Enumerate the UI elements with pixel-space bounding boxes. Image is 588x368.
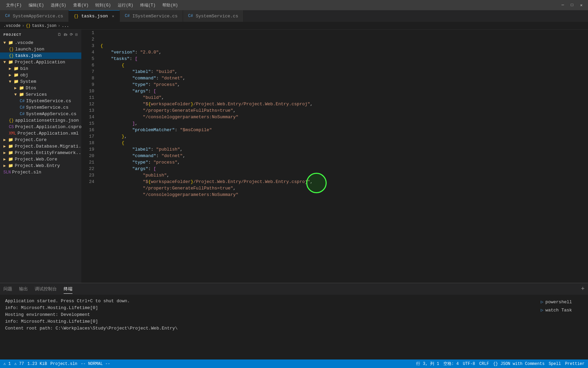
- status-item[interactable]: 行 3, 列 1: [416, 361, 439, 367]
- refresh-icon[interactable]: ⟳: [70, 32, 73, 37]
- tree-item[interactable]: ▼ 📁System: [0, 78, 81, 85]
- code-line: "command": "dotnet",: [100, 75, 585, 81]
- editor-tab[interactable]: C#SystemService.cs: [183, 10, 244, 22]
- terminal-shell-item[interactable]: ▷powershell: [539, 298, 583, 305]
- tree-item-icon: C#: [20, 112, 24, 117]
- tree-item[interactable]: {}launch.json: [0, 46, 81, 52]
- code-line: "args": [: [100, 88, 585, 94]
- tree-item[interactable]: XMLProject.Application.xml: [0, 130, 81, 137]
- status-item[interactable]: ⚠ 1: [3, 361, 11, 366]
- tree-item-icon: SLN: [3, 170, 11, 175]
- menu-item[interactable]: 转到(G): [93, 2, 114, 9]
- line-number: 6: [84, 62, 94, 68]
- tree-item-icon: CS: [9, 125, 14, 129]
- tree-item[interactable]: ▶ 📁Project.EntityFramework...: [0, 150, 81, 156]
- breadcrumb-part[interactable]: tasks.json: [32, 24, 56, 28]
- menu-item[interactable]: 运行(R): [115, 2, 136, 9]
- status-item[interactable]: Spell: [549, 362, 561, 366]
- tree-item[interactable]: C#SystemAppService.cs: [0, 111, 81, 117]
- breadcrumb-sep: ›: [58, 24, 60, 28]
- menu-item[interactable]: 文件(F): [3, 2, 24, 9]
- menu-item[interactable]: 编辑(E): [26, 2, 47, 9]
- tree-item[interactable]: ▼ 📁Project.Application: [0, 59, 81, 65]
- tree-item[interactable]: C#SystemService.cs: [0, 104, 81, 111]
- breadcrumb-part[interactable]: .vscode: [3, 24, 20, 28]
- tree-item[interactable]: {}tasks.json: [0, 52, 81, 59]
- menu-item[interactable]: 终端(T): [137, 2, 159, 9]
- line-number: 3: [84, 43, 94, 49]
- code-line: "label": "publish",: [100, 146, 585, 153]
- tree-item[interactable]: ▶ 📁Project.Database.Migrati...: [0, 143, 81, 150]
- tree-item[interactable]: C#ISystemService.cs: [0, 98, 81, 104]
- tree-item-icon: XML: [9, 131, 16, 136]
- sidebar-header-icons[interactable]: 🗋 🗁 ⟳ ⊟: [58, 32, 78, 37]
- code-line: },: [100, 133, 585, 140]
- status-item[interactable]: Project.sln: [50, 362, 77, 366]
- editor-tab[interactable]: {}tasks.json✕: [69, 10, 120, 22]
- tree-item[interactable]: CSProject.Application.csproj: [0, 124, 81, 130]
- status-item[interactable]: ⚠ 77: [14, 361, 24, 366]
- status-item[interactable]: 1.23 KiB: [27, 362, 47, 366]
- line-number: 13: [84, 107, 94, 114]
- terminal-main: Application started. Press Ctrl+C to shu…: [5, 298, 535, 357]
- code-line: "/property:GenerateFullPaths=true",: [100, 107, 585, 114]
- collapse-all-icon[interactable]: ⊟: [75, 32, 78, 37]
- line-number: 12: [84, 101, 94, 107]
- terminal-line: info: Microsoft.Hosting.Lifetime[0]: [5, 305, 535, 311]
- window-controls[interactable]: ─ □ ✕: [559, 2, 585, 9]
- panel-tab[interactable]: 终端: [64, 285, 72, 294]
- tab-icon: C#: [188, 14, 193, 18]
- tree-item[interactable]: ▼ 📁.vscode: [0, 40, 81, 46]
- tree-item[interactable]: ▶ 📁bin: [0, 65, 81, 72]
- status-item[interactable]: Prettier: [565, 362, 585, 366]
- status-item[interactable]: {} JSON with Comments: [493, 362, 544, 366]
- tab-label: SystemService.cs: [196, 14, 238, 19]
- menu-item[interactable]: 选择(S): [48, 2, 69, 9]
- terminal-shell-item[interactable]: ▷watch Task: [539, 307, 583, 313]
- code-content[interactable]: { "version": "2.0.0", "tasks": [ { "labe…: [97, 30, 588, 198]
- menu-item[interactable]: 帮助(H): [160, 2, 181, 9]
- line-number: 11: [84, 94, 94, 101]
- tree-item[interactable]: ▶ 📁Project.Web.Core: [0, 156, 81, 163]
- tree-item-icon: {}: [9, 53, 14, 58]
- new-file-icon[interactable]: 🗋: [58, 32, 62, 37]
- status-item[interactable]: -- NORMAL --: [81, 362, 110, 366]
- menu-bar[interactable]: 文件(F)编辑(E)选择(S)查看(V)转到(G)运行(R)终端(T)帮助(H): [3, 2, 181, 9]
- code-line: ],: [100, 120, 585, 127]
- tree-item[interactable]: ▶ 📁Dtos: [0, 85, 81, 91]
- tree-item-icon: C#: [20, 105, 24, 110]
- panel-tab[interactable]: 问题: [3, 285, 12, 294]
- tree-item-icon: ▶ 📁: [3, 150, 13, 155]
- status-item[interactable]: UTF-8: [463, 362, 475, 366]
- tree-item-icon: ▶ 📁: [9, 66, 19, 71]
- panel-tab[interactable]: 输出: [19, 285, 28, 294]
- tree-item[interactable]: ▶ 📁Project.Core: [0, 137, 81, 143]
- tab-close-button[interactable]: ✕: [112, 14, 114, 18]
- close-button[interactable]: ✕: [578, 2, 585, 9]
- tree-item[interactable]: SLNProject.sln: [0, 169, 81, 175]
- editor-tab[interactable]: C#ISystemService.cs: [120, 10, 183, 22]
- tree-item[interactable]: {}applicationsettings.json: [0, 117, 81, 124]
- status-item[interactable]: 空格: 4: [443, 361, 459, 367]
- tree-item-label: Project.EntityFramework...: [15, 150, 81, 155]
- editor-tab[interactable]: C#SystemAppService.cs: [0, 10, 69, 22]
- panel-add-button[interactable]: +: [581, 286, 585, 292]
- status-bar: ⚠ 1⚠ 771.23 KiBProject.sln-- NORMAL -- 行…: [0, 359, 588, 368]
- status-item[interactable]: CRLF: [479, 362, 489, 366]
- title-bar: 文件(F)编辑(E)选择(S)查看(V)转到(G)运行(R)终端(T)帮助(H)…: [0, 0, 588, 10]
- new-folder-icon[interactable]: 🗁: [64, 32, 68, 37]
- tree-item[interactable]: ▶ 📁Project.Web.Entry: [0, 163, 81, 169]
- tree-item[interactable]: ▶ 📁obj: [0, 72, 81, 78]
- breadcrumb-icon: {}: [26, 24, 31, 28]
- panel-tabs: 问题输出调试控制台终端+: [0, 283, 588, 295]
- tree-item-label: ISystemService.cs: [26, 98, 71, 104]
- minimize-button[interactable]: ─: [559, 2, 566, 9]
- editor[interactable]: 123456789101112131415161718192021222324 …: [82, 30, 588, 283]
- tree-item-label: SystemService.cs: [26, 105, 68, 110]
- menu-item[interactable]: 查看(V): [70, 2, 92, 9]
- breadcrumb-part[interactable]: ...: [62, 24, 69, 28]
- maximize-button[interactable]: □: [569, 2, 575, 9]
- shell-icon: ▷: [541, 299, 543, 305]
- panel-tab[interactable]: 调试控制台: [35, 285, 57, 294]
- tree-item[interactable]: ▼ 📁Services: [0, 91, 81, 98]
